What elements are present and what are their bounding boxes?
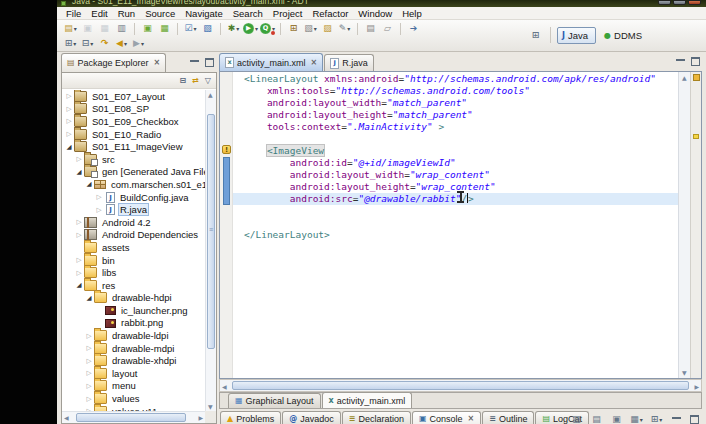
copy-button[interactable]: ▱ <box>379 21 396 36</box>
close-icon[interactable]: × <box>468 415 475 423</box>
collapsed-arrow-icon[interactable]: ▷ <box>94 193 104 201</box>
scroll-right-icon[interactable]: ▶ <box>694 383 699 390</box>
menu-file[interactable]: File <box>61 7 86 20</box>
editor-horizontal-scrollbar[interactable]: ◀ ▶ <box>219 379 702 392</box>
scroll-right-icon[interactable]: ▶ <box>198 414 203 421</box>
code-line-11[interactable]: android:src="@drawable/rabbit"/> <box>233 193 678 205</box>
tree-item-rabbit-png[interactable]: rabbit.png <box>62 317 205 330</box>
dropdown-arrow-icon[interactable]: ▾ <box>347 25 350 32</box>
expanded-arrow-icon[interactable]: ◢ <box>64 143 74 151</box>
collapsed-arrow-icon[interactable]: ▷ <box>84 395 94 403</box>
pin-console-button[interactable]: ▣ <box>608 412 625 424</box>
warning-marker-icon[interactable] <box>693 134 699 139</box>
ed-tab-activity-main-xml[interactable]: xactivity_main.xml× <box>219 53 323 71</box>
tree-item-res[interactable]: ◢res <box>62 279 205 292</box>
minimize-view-icon[interactable] <box>670 414 683 424</box>
collapsed-arrow-icon[interactable]: ▷ <box>64 130 74 138</box>
dropdown-arrow-icon[interactable]: ▾ <box>314 25 317 32</box>
tree-item-s01-e09-checkbox[interactable]: ▷S01_E09_Checkbox <box>62 115 205 128</box>
dropdown-arrow-icon[interactable]: ▾ <box>236 25 239 32</box>
code-line-7[interactable]: <ImageView <box>244 145 678 157</box>
menu-navigate[interactable]: Navigate <box>180 7 228 20</box>
open-resource-button[interactable]: ▨ <box>319 21 336 36</box>
dropdown-arrow-icon[interactable]: ▾ <box>74 25 77 32</box>
tree-item-values[interactable]: ▷values <box>62 392 205 405</box>
tree-item-layout[interactable]: ▷layout <box>62 367 205 380</box>
editor-vertical-scrollbar[interactable]: ▲ ▼ <box>678 72 690 378</box>
scroll-lock-button[interactable]: ▤ <box>588 412 605 424</box>
package-explorer-tab[interactable]: ▤ Package Explorer × <box>61 53 166 72</box>
perspective-java[interactable]: JJava <box>557 27 596 44</box>
scrollbar-thumb[interactable] <box>207 114 215 349</box>
warning-marker-icon[interactable]: ! <box>222 145 231 154</box>
forward-button[interactable]: ▶▾ <box>130 36 147 51</box>
menu-refactor[interactable]: Refactor <box>307 7 353 20</box>
new-android-app-button[interactable]: ▣ <box>139 21 156 36</box>
menu-edit[interactable]: Edit <box>86 7 112 20</box>
clear-console-button[interactable]: ▨ <box>568 412 585 424</box>
link-with-editor-button[interactable]: ⇄ <box>190 75 201 87</box>
bt-tab-graphical-layout[interactable]: ▦Graphical Layout <box>228 393 321 408</box>
explorer-horizontal-scrollbar[interactable]: ◀ ▶ <box>62 411 205 423</box>
open-perspective-button[interactable]: ⊞ <box>527 28 544 43</box>
menu-source[interactable]: Source <box>140 7 180 20</box>
tree-item-buildconfig-java[interactable]: ▷JBuildConfig.java <box>62 191 205 204</box>
tree-item-drawable-xhdpi[interactable]: ▷drawable-xhdpi <box>62 354 205 367</box>
dropdown-arrow-icon[interactable]: ▾ <box>640 416 643 423</box>
android-sdk-manager-button[interactable]: ▦ <box>156 21 173 36</box>
tree-item-android-4-2[interactable]: ▷Android 4.2 <box>62 216 205 229</box>
collapsed-arrow-icon[interactable]: ▷ <box>84 332 94 340</box>
minimize-view-icon[interactable] <box>188 57 201 68</box>
show-whitespace-button[interactable]: ▤ <box>362 21 379 36</box>
next-annotation-button[interactable]: ⊞▾ <box>62 36 79 51</box>
dropdown-arrow-icon[interactable]: ▾ <box>255 25 258 32</box>
menu-window[interactable]: Window <box>353 7 397 20</box>
bp-tab-javadoc[interactable]: @Javadoc <box>282 411 341 424</box>
code-line-6[interactable] <box>244 133 678 145</box>
expanded-arrow-icon[interactable]: ◢ <box>74 168 84 176</box>
scrollbar-thumb[interactable] <box>76 413 186 422</box>
open-type-button[interactable]: ⊞ <box>285 21 302 36</box>
display-console-button[interactable]: ▦▾ <box>628 412 645 424</box>
collapsed-arrow-icon[interactable]: ▷ <box>74 269 84 277</box>
code-editor[interactable]: ! <LinearLayout xmlns:android="http://sc… <box>219 71 702 379</box>
collapsed-arrow-icon[interactable]: ▷ <box>84 369 94 377</box>
tree-item-r-java[interactable]: ▷JR.java <box>62 203 205 216</box>
collapsed-arrow-icon[interactable]: ▷ <box>74 231 84 239</box>
code-line-13[interactable] <box>244 217 678 229</box>
bp-tab-problems[interactable]: ▲Problems <box>220 411 281 424</box>
collapsed-arrow-icon[interactable]: ▷ <box>64 105 74 113</box>
coverage-button[interactable]: ▧▾ <box>302 21 319 36</box>
code-text[interactable]: <LinearLayout xmlns:android="http://sche… <box>233 72 678 378</box>
scroll-left-icon[interactable]: ◀ <box>64 414 69 421</box>
tree-item-s01-e10-radio[interactable]: ▷S01_E10_Radio <box>62 128 205 141</box>
tree-item-menu[interactable]: ▷menu <box>62 380 205 393</box>
dropdown-arrow-icon[interactable]: ▾ <box>659 416 662 423</box>
tree-item-drawable-ldpi[interactable]: ▷drawable-ldpi <box>62 329 205 342</box>
back-button[interactable]: ◀▾ <box>113 36 130 51</box>
warning-summary-icon[interactable] <box>693 74 700 81</box>
tree-item-ic-launcher-png[interactable]: ic_launcher.png <box>62 304 205 317</box>
window-minimize-button[interactable] <box>658 0 671 5</box>
scroll-left-icon[interactable]: ◀ <box>222 383 227 390</box>
save-all-button[interactable]: ▦ <box>96 21 113 36</box>
menu-search[interactable]: Search <box>228 7 268 20</box>
tree-item-drawable-hdpi[interactable]: ◢drawable-hdpi <box>62 292 205 305</box>
code-line-3[interactable]: android:layout_width="match_parent" <box>244 97 678 109</box>
menu-help[interactable]: Help <box>397 7 427 20</box>
menu-project[interactable]: Project <box>268 7 308 20</box>
collapsed-arrow-icon[interactable]: ▷ <box>74 218 84 226</box>
tree-item-s01-e08-sp[interactable]: ▷S01_E08_SP <box>62 103 205 116</box>
scrollbar-thumb[interactable] <box>232 381 689 390</box>
ed-tab-r-java[interactable]: JR.java <box>324 54 374 71</box>
bt-tab-activity-main-xml[interactable]: xactivity_main.xml <box>322 392 413 408</box>
annotation-button[interactable]: ✎▾ <box>336 21 353 36</box>
new-test-button[interactable]: ☑▾ <box>182 21 199 36</box>
run-button[interactable]: ▶▾ <box>242 21 259 36</box>
expanded-arrow-icon[interactable]: ◢ <box>74 281 84 289</box>
link-with-editor-button[interactable]: ➔ <box>405 21 422 36</box>
expanded-arrow-icon[interactable]: ◢ <box>84 294 94 302</box>
collapsed-arrow-icon[interactable]: ▷ <box>84 357 94 365</box>
new-wizard-button[interactable]: ▤▾ <box>62 21 79 36</box>
collapsed-arrow-icon[interactable]: ▷ <box>94 206 104 214</box>
